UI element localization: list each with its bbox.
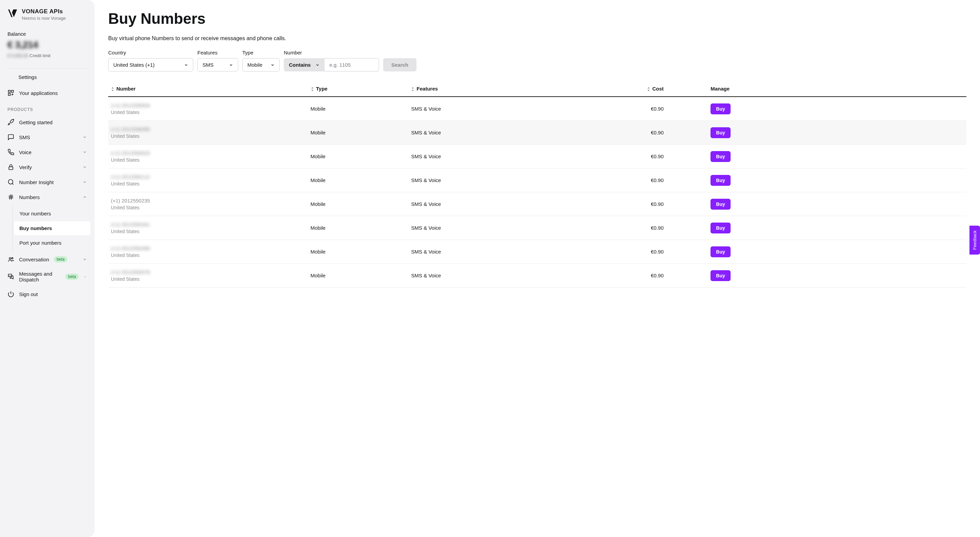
- svg-line-7: [12, 183, 14, 185]
- buy-button[interactable]: Buy: [711, 223, 730, 233]
- phone-number: (+1) 2012550578: [111, 269, 305, 275]
- sidebar-numbers[interactable]: Numbers: [0, 190, 95, 204]
- cost-cell: €0.90: [566, 240, 666, 264]
- phone-number: (+1) 2012550112: [111, 174, 305, 180]
- filters-row: Country United States (+1) Features SMS …: [108, 50, 966, 72]
- power-icon: [8, 291, 14, 298]
- sort-icon: [311, 87, 314, 91]
- country-select[interactable]: United States (+1): [108, 58, 193, 72]
- chevron-down-icon: [82, 150, 87, 155]
- sidebar-verify[interactable]: Verify: [0, 159, 95, 175]
- col-number[interactable]: Number: [108, 81, 308, 97]
- features-select[interactable]: SMS: [197, 58, 238, 72]
- type-cell: Mobile: [308, 192, 409, 216]
- chevron-down-icon: [184, 63, 188, 67]
- features-cell: SMS & Voice: [408, 145, 566, 169]
- sidebar-buy-numbers[interactable]: Buy numbers: [14, 221, 91, 235]
- sidebar-item-label: Getting started: [19, 120, 52, 125]
- cost-cell: €0.90: [566, 192, 666, 216]
- buy-button[interactable]: Buy: [711, 199, 730, 210]
- col-features[interactable]: Features: [408, 81, 566, 97]
- phone-number: (+1) 2012335934: [111, 102, 305, 108]
- cost-cell: €0.90: [566, 216, 666, 240]
- sidebar-voice[interactable]: Voice: [0, 145, 95, 159]
- col-manage: Manage: [666, 81, 966, 97]
- cost-cell: €0.90: [566, 264, 666, 288]
- type-cell: Mobile: [308, 97, 409, 121]
- balance-credit: € 5,000.00 Credit limit: [8, 53, 87, 58]
- phone-number: (+1) 2012550023: [111, 150, 305, 156]
- features-cell: SMS & Voice: [408, 121, 566, 145]
- phone-number: (+1) 2012550341: [111, 221, 305, 227]
- sidebar-getting-started[interactable]: Getting started: [0, 115, 95, 130]
- sidebar-sign-out[interactable]: Sign out: [0, 287, 95, 301]
- buy-button[interactable]: Buy: [711, 127, 730, 138]
- type-cell: Mobile: [308, 169, 409, 192]
- brand-title: VONAGE APIs: [22, 8, 66, 15]
- table-row: (+1) 2012550235United StatesMobileSMS & …: [108, 192, 966, 216]
- cost-cell: €0.90: [566, 121, 666, 145]
- apps-icon: [8, 89, 14, 96]
- numbers-table: Number Type Features Cost Manage (+1) 20…: [108, 81, 966, 288]
- balance-amount: € 3,214: [8, 40, 87, 50]
- country-label: United States: [111, 157, 305, 163]
- sidebar-number-insight[interactable]: Number Insight: [0, 175, 95, 190]
- chevron-down-icon: [229, 63, 233, 67]
- svg-rect-1: [11, 91, 14, 92]
- phone-number: (+1) 2012550456: [111, 245, 305, 251]
- sidebar-your-applications[interactable]: Your applications: [0, 85, 95, 100]
- features-cell: SMS & Voice: [408, 264, 566, 288]
- type-select[interactable]: Mobile: [242, 58, 280, 72]
- search-icon: [8, 178, 14, 185]
- sidebar-item-label: SMS: [19, 134, 30, 140]
- number-cell: (+1) 2012550112United States: [111, 174, 305, 186]
- table-row: (+1) 2012335934United StatesMobileSMS & …: [108, 97, 966, 121]
- sidebar-your-numbers[interactable]: Your numbers: [14, 207, 91, 220]
- main-content: Buy Numbers Buy virtual phone Numbers to…: [95, 0, 980, 537]
- feedback-tab[interactable]: Feedback: [969, 226, 980, 255]
- chevron-down-icon: [315, 63, 320, 67]
- sidebar-conversation[interactable]: Conversation beta: [0, 252, 95, 267]
- buy-button[interactable]: Buy: [711, 151, 730, 162]
- table-row: (+1) 2012550023United StatesMobileSMS & …: [108, 145, 966, 169]
- sidebar-messages-dispatch[interactable]: Messages and Dispatch beta: [0, 267, 95, 287]
- chevron-down-icon: [82, 180, 87, 185]
- col-type[interactable]: Type: [308, 81, 409, 97]
- sidebar-item-label: Verify: [19, 164, 32, 170]
- sidebar-sms[interactable]: SMS: [0, 130, 95, 145]
- col-cost[interactable]: Cost: [566, 81, 666, 97]
- number-mode-select[interactable]: Contains: [284, 58, 325, 72]
- number-search-input[interactable]: [325, 58, 379, 72]
- sidebar-item-label: Your applications: [19, 90, 58, 96]
- svg-rect-5: [9, 167, 13, 169]
- features-cell: SMS & Voice: [408, 169, 566, 192]
- buy-button[interactable]: Buy: [711, 104, 730, 114]
- sidebar-port-numbers[interactable]: Port your numbers: [14, 236, 91, 250]
- lock-icon: [8, 164, 14, 171]
- type-label: Type: [242, 50, 280, 56]
- chevron-down-icon: [82, 165, 87, 169]
- svg-rect-2: [8, 94, 11, 96]
- balance-block: Balance € 3,214 € 5,000.00 Credit limit: [0, 27, 95, 64]
- beta-badge: beta: [65, 274, 79, 280]
- chevron-down-icon: [270, 63, 275, 67]
- buy-button[interactable]: Buy: [711, 175, 730, 186]
- brand-subtitle: Nexmo is now Vonage: [22, 16, 66, 21]
- sidebar-settings[interactable]: Settings: [8, 69, 87, 85]
- country-label: United States: [111, 205, 305, 210]
- table-row: (+1) 2012550456United StatesMobileSMS & …: [108, 240, 966, 264]
- svg-line-10: [10, 194, 11, 200]
- search-button[interactable]: Search: [383, 58, 417, 72]
- buy-button[interactable]: Buy: [711, 270, 730, 281]
- hash-icon: [8, 194, 14, 201]
- chevron-up-icon: [82, 194, 87, 199]
- number-cell: (+1) 2012550341United States: [111, 221, 305, 234]
- features-cell: SMS & Voice: [408, 97, 566, 121]
- products-heading: PRODUCTS: [0, 100, 95, 115]
- page-description: Buy virtual phone Numbers to send or rec…: [108, 35, 966, 41]
- svg-line-11: [11, 194, 12, 200]
- number-cell: (+1) 2012550023United States: [111, 150, 305, 163]
- balance-label: Balance: [8, 31, 87, 37]
- svg-point-6: [8, 180, 13, 184]
- buy-button[interactable]: Buy: [711, 246, 730, 257]
